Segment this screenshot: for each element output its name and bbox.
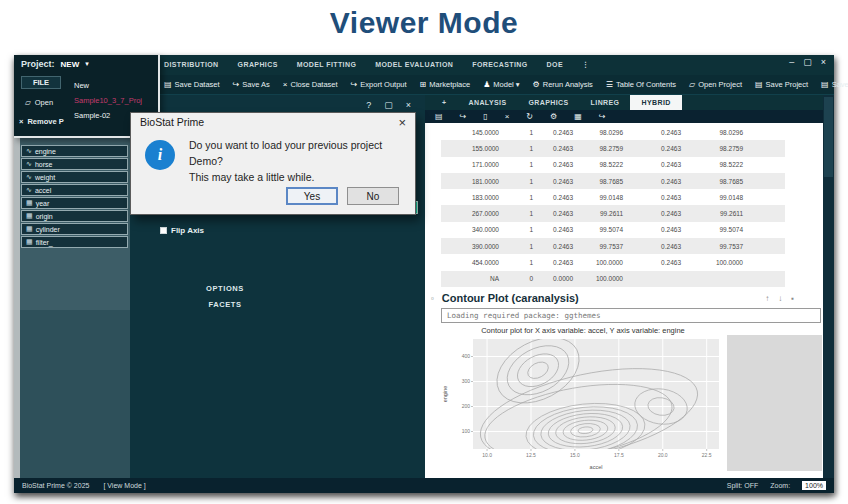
table-row: 267.000010.246399.26110.246399.2611 [441,205,785,221]
table-cell: 98.7685 [681,178,743,185]
table-cell: 98.0296 [573,129,623,136]
table-cell: 100.0000 [573,259,623,266]
menu-model-fitting[interactable]: MODEL FITTING [297,61,357,69]
window-close-icon[interactable]: × [821,57,826,67]
close-icon[interactable]: × [505,112,510,121]
folder-icon: ▱ [25,98,31,107]
save-dataset-label: Save Dataset [175,80,220,89]
table-cell: 0.0000 [533,275,573,282]
rerun-analysis-button[interactable]: ⚙Rerun Analysis [533,80,593,89]
close-dataset-button[interactable]: ×Close Dataset [283,80,338,89]
flip-axis-row: Flip Axis [160,226,204,235]
collapse-icon[interactable]: ▫ [431,294,434,303]
table-cell: 99.5074 [681,226,743,233]
variable-label: cylinder [36,226,60,233]
popout-icon[interactable]: ▢ [384,100,393,110]
svg-text:400: 400 [462,353,471,359]
output-background [727,335,822,471]
table-of-contents-button[interactable]: ☰Table Of Contents [606,80,676,89]
export-output-icon[interactable]: ↪ [599,112,606,121]
delete-icon[interactable]: ▯ [483,112,487,121]
table-cell: 1 [499,194,533,201]
sidebar-item-filter[interactable]: ▦filter_ [21,236,128,248]
panel-close-icon[interactable]: × [406,100,411,110]
tab-add[interactable]: + [431,95,458,110]
tab-graphics[interactable]: GRAPHICS [517,95,579,110]
menu-doe[interactable]: DOE [547,61,563,69]
zoom-value[interactable]: 100% [802,481,826,490]
open-project-button[interactable]: ▱ Open [25,98,53,107]
save-dataset-button[interactable]: ▤Save Dataset [164,80,220,89]
svg-text:accel: accel [590,464,603,470]
sidebar-item-accel[interactable]: ∿accel [21,184,128,196]
table-cell: 0.2463 [533,194,573,201]
move-up-icon[interactable]: ↑ [765,294,769,303]
tab-linreg[interactable]: LINREG [580,95,631,110]
open-project-button[interactable]: ▱Open Project [689,80,742,89]
table-cell: 454.0000 [441,259,499,266]
grid-icon[interactable]: ▦ [574,112,582,121]
save-project-button[interactable]: ▤Save Project [755,80,808,89]
refresh-icon[interactable]: ↻ [526,112,533,121]
table-cell: 181.0000 [441,178,499,185]
project-selector[interactable]: Project: NEW ▾ [21,59,89,69]
file-tab[interactable]: FILE [21,76,61,89]
tab-hybrid[interactable]: HYBRID [630,95,681,110]
marketplace-button[interactable]: ⊞Marketplace [420,80,471,89]
table-cell: 340.0000 [441,226,499,233]
rerun-analysis-label: Rerun Analysis [543,80,593,89]
model-button[interactable]: ♟Model ▾ [483,80,519,89]
minimize-icon[interactable]: – [789,57,794,67]
menu-model-evaluation[interactable]: MODEL EVALUATION [375,61,453,69]
sidebar-item-cylinder[interactable]: ▦cylinder [21,223,128,235]
contour-plot: 10020030040010.012.515.017.520.022.5acce… [439,335,727,471]
sidebar-item-horse[interactable]: ∿horse [21,158,128,170]
export-output-button[interactable]: ↪Export Output [351,80,407,89]
rerun-analysis-icon: ⚙ [533,80,540,89]
project-menu-item[interactable]: New [68,78,156,93]
no-button[interactable]: No [347,187,399,205]
saveas-project-button[interactable]: ▤SaveAs Project [821,80,848,89]
split-status[interactable]: Split: OFF [727,482,759,489]
dialog-close-icon[interactable]: × [398,116,406,129]
svg-text:10.0: 10.0 [482,452,492,458]
export-icon[interactable]: ↪ [460,112,467,121]
vertical-scrollbar[interactable] [823,95,834,478]
options-section-header[interactable]: OPTIONS [130,284,320,293]
project-menu-item[interactable]: Sample10_3_7_Proj [68,93,156,108]
distribution-curve-icon: ∿ [26,173,32,181]
help-icon[interactable]: ? [366,100,371,110]
save-as-button[interactable]: ↪Save As [233,80,270,89]
sidebar-item-weight[interactable]: ∿weight [21,171,128,183]
variables-sidebar: ∿engine∿horse∿weight∿accel▦year▦origin▦c… [14,95,130,478]
table-cell: 1 [499,243,533,250]
menu-overflow-icon[interactable]: ⋮ [582,61,589,69]
category-grid-icon: ▦ [26,225,33,233]
plot-title: Contour plot for X axis variable: accel,… [439,326,727,335]
remove-project-button[interactable]: × Remove P [19,117,64,126]
table-cell: 155.0000 [441,145,499,152]
svg-text:17.5: 17.5 [614,452,624,458]
variable-label: year [36,200,50,207]
remove-label: Remove P [27,117,63,126]
sidebar-item-year[interactable]: ▦year [21,197,128,209]
menu-forecasting[interactable]: FORECASTING [472,61,527,69]
table-cell: 99.5074 [573,226,623,233]
menu-distribution[interactable]: DISTRIBUTION [164,61,219,69]
move-down-icon[interactable]: ↓ [778,294,782,303]
scrollbar-thumb[interactable] [824,97,833,177]
menu-graphics[interactable]: GRAPHICS [238,61,278,69]
table-cell: 100.0000 [573,275,623,282]
delete-icon[interactable]: ▪ [791,294,794,303]
maximize-icon[interactable]: ▢ [803,57,812,67]
settings-gear-icon[interactable]: ⚙ [550,112,557,121]
tab-analysis[interactable]: ANALYSIS [458,95,518,110]
yes-button[interactable]: Yes [286,187,338,205]
sidebar-item-engine[interactable]: ∿engine [21,145,128,157]
save-icon[interactable]: ▤ [435,112,443,121]
facets-section-header[interactable]: FACETS [130,300,320,309]
svg-text:20.0: 20.0 [658,452,668,458]
model-icon: ♟ [483,80,490,89]
sidebar-item-origin[interactable]: ▦origin [21,210,128,222]
flip-axis-checkbox[interactable] [160,227,167,234]
